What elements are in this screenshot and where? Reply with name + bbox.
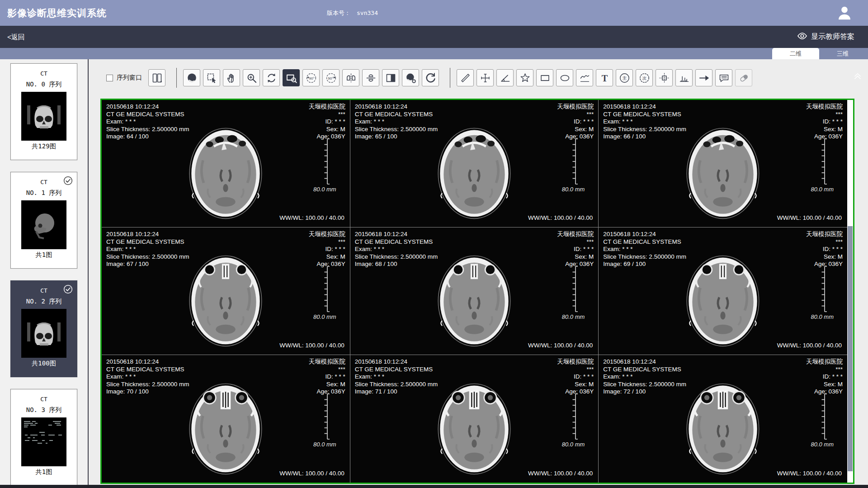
cell-info-top-right: 天堰模拟医院***ID: * * *Sex: MAge: 036Y — [309, 231, 345, 268]
series-name: NO. 3 序列 — [11, 406, 77, 414]
cell-info-top-left: 20150618 10:12:24CT GE MEDICAL SYSTEMSEx… — [603, 231, 686, 268]
series-image-count: 共1图 — [11, 468, 77, 476]
cell-info-top-left: 20150618 10:12:24CT GE MEDICAL SYSTEMSEx… — [106, 358, 189, 396]
toolbar-divider — [176, 68, 177, 88]
layout-select-button[interactable] — [148, 69, 165, 86]
application-window: 影像诊断思维实训系统 版本号：svn334 <返回 显示教师答案 二维 三维 C… — [0, 0, 868, 488]
cell-window-label: WW/WL: 100.00 / 40.00 — [777, 470, 842, 478]
cell-info-top-left: 20150618 10:12:24CT GE MEDICAL SYSTEMSEx… — [355, 358, 438, 396]
viewer-cell-1[interactable]: 20150618 10:12:24CT GE MEDICAL SYSTEMSEx… — [350, 100, 599, 227]
toolbar-group-1: 90°90° — [183, 69, 439, 86]
window-level-button[interactable] — [183, 69, 200, 86]
series-window-label: 序列窗口 — [117, 74, 142, 82]
toolbar-group-0 — [148, 69, 165, 86]
zoom-region-button[interactable] — [283, 69, 300, 86]
version-label: 版本号： — [327, 9, 350, 16]
version-value: svn334 — [357, 9, 378, 16]
toolbar-group-2: T主次 — [457, 69, 752, 86]
cell-info-top-left: 20150618 10:12:24CT GE MEDICAL SYSTEMSEx… — [603, 103, 686, 141]
cell-scale-label: 80.0 mm — [562, 186, 585, 194]
annotate-comment-button[interactable] — [715, 69, 732, 86]
measure-star-button[interactable] — [516, 69, 533, 86]
series-thumbnail — [21, 200, 66, 249]
toolbar-divider — [450, 68, 450, 88]
series-window-checkbox[interactable] — [106, 75, 113, 81]
eye-icon — [797, 31, 807, 43]
eraser-button[interactable] — [735, 69, 752, 86]
invert-button[interactable] — [382, 69, 399, 86]
collapse-toolbar-icon[interactable] — [852, 70, 863, 81]
annotate-arrow-button[interactable] — [695, 69, 712, 86]
cell-info-top-right: 天堰模拟医院***ID: * * *Sex: MAge: 036Y — [806, 103, 843, 141]
label-secondary-button[interactable]: 次 — [636, 69, 653, 86]
series-card-2[interactable]: CTNO. 2 序列 共100图 — [10, 280, 77, 377]
cell-window-label: WW/WL: 100.00 / 40.00 — [279, 470, 344, 478]
viewer-cell-4[interactable]: 20150618 10:12:24CT GE MEDICAL SYSTEMSEx… — [350, 227, 599, 355]
reset-button[interactable] — [422, 69, 439, 86]
series-card-0[interactable]: CTNO. 0 序列 共129图 — [10, 63, 77, 160]
tab-3d[interactable]: 三维 — [819, 48, 866, 59]
show-teacher-answer-button[interactable]: 显示教师答案 — [797, 26, 854, 48]
cell-info-top-right: 天堰模拟医院***ID: * * *Sex: MAge: 036Y — [309, 358, 345, 396]
series-card-1[interactable]: CTNO. 1 序列 共1图 — [10, 172, 77, 269]
flip-vertical-button[interactable] — [362, 69, 379, 86]
label-main-button[interactable]: 主 — [616, 69, 633, 86]
series-card-3[interactable]: CTNO. 3 序列共1图 — [10, 389, 77, 486]
cell-info-top-right: 天堰模拟医院***ID: * * *Sex: MAge: 036Y — [309, 103, 345, 141]
center-marker-button[interactable] — [656, 69, 673, 86]
cell-scale-label: 80.0 mm — [313, 441, 336, 449]
user-avatar-icon[interactable] — [835, 4, 854, 22]
cell-image-number: Image: 68 / 100 — [355, 261, 438, 268]
series-thumbnail — [21, 417, 66, 466]
viewer-scrollbar-track[interactable] — [847, 100, 853, 483]
series-thumbnail — [21, 309, 66, 358]
viewer-cell-7[interactable]: 20150618 10:12:24CT GE MEDICAL SYSTEMSEx… — [350, 355, 599, 483]
cine-cycle-button[interactable] — [263, 69, 280, 86]
measure-curve-button[interactable] — [576, 69, 593, 86]
tab-2d[interactable]: 二维 — [772, 48, 819, 59]
viewer-cell-5[interactable]: 20150618 10:12:24CT GE MEDICAL SYSTEMSEx… — [599, 227, 847, 355]
rotate-left-90-button[interactable]: 90° — [302, 69, 320, 86]
measure-angle-button[interactable] — [496, 69, 514, 86]
viewer-cell-0[interactable]: 20150618 10:12:24CT GE MEDICAL SYSTEMSEx… — [102, 100, 350, 227]
version-info: 版本号：svn334 — [327, 0, 378, 26]
svg-text:次: 次 — [642, 76, 646, 81]
select-region-button[interactable] — [203, 69, 220, 86]
cell-scale-label: 80.0 mm — [811, 313, 834, 321]
zoom-button[interactable] — [243, 69, 260, 86]
viewer-scrollbar-thumb[interactable] — [848, 226, 853, 471]
series-checked-icon — [63, 175, 73, 186]
svg-text:T: T — [601, 73, 608, 83]
cell-info-top-left: 20150618 10:12:24CT GE MEDICAL SYSTEMSEx… — [355, 103, 438, 141]
flip-horizontal-button[interactable] — [342, 69, 359, 86]
window-preset-button[interactable] — [402, 69, 419, 86]
viewer-cell-3[interactable]: 20150618 10:12:24CT GE MEDICAL SYSTEMSEx… — [102, 227, 350, 355]
show-answer-label: 显示教师答案 — [811, 32, 854, 42]
cell-window-label: WW/WL: 100.00 / 40.00 — [528, 342, 593, 350]
cell-window-label: WW/WL: 100.00 / 40.00 — [777, 214, 842, 222]
pan-button[interactable] — [223, 69, 240, 86]
svg-text:90°: 90° — [309, 76, 314, 80]
series-image-count: 共129图 — [11, 142, 77, 151]
cell-scale-label: 80.0 mm — [811, 441, 834, 449]
rotate-right-90-button[interactable]: 90° — [322, 69, 340, 86]
measure-rect-button[interactable] — [536, 69, 553, 86]
measure-line-button[interactable] — [457, 69, 474, 86]
cell-window-label: WW/WL: 100.00 / 40.00 — [528, 470, 593, 478]
viewer-cell-6[interactable]: 20150618 10:12:24CT GE MEDICAL SYSTEMSEx… — [102, 355, 350, 483]
series-modality: CT — [11, 70, 77, 77]
viewer-cell-2[interactable]: 20150618 10:12:24CT GE MEDICAL SYSTEMSEx… — [599, 100, 847, 227]
measure-ellipse-button[interactable] — [556, 69, 573, 86]
viewer-grid: 20150618 10:12:24CT GE MEDICAL SYSTEMSEx… — [100, 99, 854, 484]
cell-scale-label: 80.0 mm — [562, 441, 585, 449]
series-image-count: 共100图 — [11, 360, 77, 368]
series-sidebar: CTNO. 0 序列 共129图CTNO. 1 序列 共1图CTNO. 2 序列… — [0, 59, 89, 485]
series-image-count: 共1图 — [11, 251, 77, 259]
toolbar: 序列窗口 90°90°T主次 — [100, 67, 868, 89]
back-button[interactable]: <返回 — [7, 26, 25, 48]
profile-histogram-button[interactable] — [675, 69, 693, 86]
viewer-cell-8[interactable]: 20150618 10:12:24CT GE MEDICAL SYSTEMSEx… — [599, 355, 847, 483]
measure-cross-button[interactable] — [476, 69, 494, 86]
annotate-text-button[interactable]: T — [596, 69, 613, 86]
nav-bar: <返回 显示教师答案 — [0, 26, 868, 48]
